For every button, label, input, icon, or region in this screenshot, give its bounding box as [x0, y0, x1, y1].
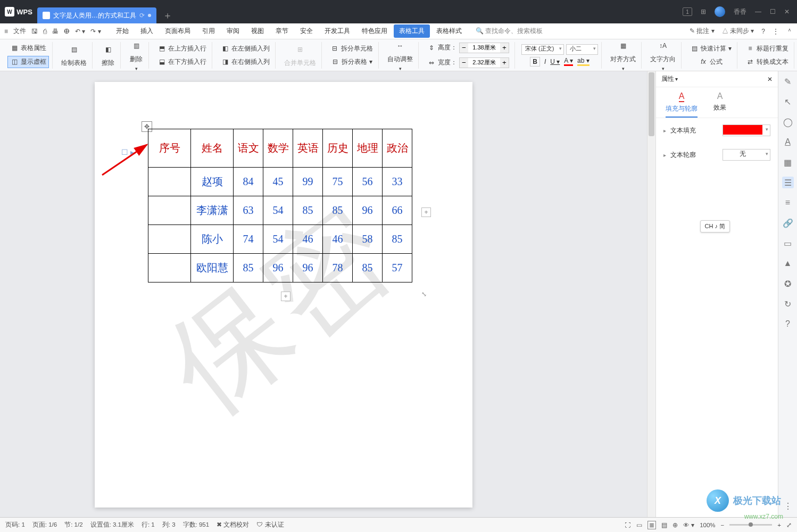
- cell[interactable]: 78: [323, 254, 353, 282]
- show-gridlines-button[interactable]: ◫显示虚框: [7, 56, 49, 68]
- side-text-icon[interactable]: A: [782, 136, 794, 148]
- insert-col-right-button[interactable]: ◨在右侧插入列: [219, 56, 272, 68]
- cell[interactable]: 54: [263, 225, 293, 254]
- ime-pill[interactable]: CH ♪ 简: [700, 220, 730, 232]
- repeat-header-button[interactable]: ≡标题行重复: [744, 43, 791, 54]
- cell[interactable]: 85: [323, 196, 353, 225]
- cell[interactable]: 33: [383, 168, 412, 196]
- cell[interactable]: 54: [263, 196, 293, 225]
- column[interactable]: 列: 3: [162, 521, 176, 529]
- cell[interactable]: 74: [234, 225, 263, 254]
- menu-7[interactable]: 安全: [295, 24, 318, 38]
- hamburger-icon[interactable]: ≡: [4, 28, 8, 35]
- menu-5[interactable]: 视图: [246, 24, 269, 38]
- insert-row-below-button[interactable]: ⬓在下方插入行: [155, 56, 209, 68]
- split-table-button[interactable]: ⊟拆分表格 ▾: [329, 56, 375, 68]
- fill-outline-tab[interactable]: A 填充与轮廓: [666, 92, 698, 118]
- format-painter-icon[interactable]: ⴲ: [64, 28, 70, 35]
- cell[interactable]: 李潇潇: [191, 196, 234, 225]
- italic-button[interactable]: I: [544, 58, 546, 65]
- insert-row-above-button[interactable]: ⬒在上方插入行: [155, 43, 209, 54]
- autofit-button[interactable]: ↔自动调整▾: [385, 38, 415, 72]
- side-shape-icon[interactable]: ◯: [782, 116, 794, 128]
- side-table-icon[interactable]: ▦: [782, 156, 794, 168]
- th[interactable]: 序号: [148, 129, 191, 168]
- document-canvas[interactable]: 保密 ✥ ☐ ▸ 序号姓名语文数学英语历史地理政治赵项844599755633李…: [0, 71, 647, 517]
- sync-status[interactable]: △ 未同步 ▾: [722, 27, 754, 36]
- user-avatar[interactable]: [715, 6, 725, 17]
- text-outline-combo[interactable]: 无: [723, 149, 770, 161]
- page-range[interactable]: 页面: 1/6: [32, 521, 57, 529]
- menu-0[interactable]: 开始: [111, 24, 134, 38]
- eye-icon[interactable]: 👁 ▾: [683, 521, 694, 529]
- cell[interactable]: 85: [234, 254, 263, 282]
- zoom-slider[interactable]: [729, 524, 772, 526]
- cell[interactable]: 85: [293, 196, 323, 225]
- formula-button[interactable]: fx公式: [697, 56, 725, 68]
- table-properties-button[interactable]: ▦表格属性: [8, 43, 48, 54]
- th[interactable]: 语文: [234, 129, 263, 168]
- cell[interactable]: 46: [323, 225, 353, 254]
- side-outline-icon[interactable]: ≡: [782, 197, 794, 209]
- menu-3[interactable]: 引用: [197, 24, 220, 38]
- menu-9[interactable]: 特色应用: [356, 24, 393, 38]
- line[interactable]: 行: 1: [142, 521, 155, 529]
- readmode-icon[interactable]: ▭: [636, 521, 642, 529]
- font-size-combo[interactable]: 小二: [566, 44, 598, 55]
- text-fill-color[interactable]: [723, 124, 770, 136]
- cell[interactable]: 75: [323, 168, 353, 196]
- menu-8[interactable]: 开发工具: [319, 24, 355, 38]
- convert-to-text-button[interactable]: ⇄转换成文本: [744, 56, 791, 68]
- annotation-toggle[interactable]: ✎ 批注 ▾: [690, 27, 715, 36]
- close-button[interactable]: ✕: [784, 8, 790, 15]
- delete-button[interactable]: ▥删除▾: [127, 38, 145, 72]
- outline-icon[interactable]: ⊕: [673, 521, 678, 529]
- cell[interactable]: 赵项: [191, 168, 234, 196]
- more-icon[interactable]: ⋮: [773, 28, 779, 35]
- draw-table-button[interactable]: ▤绘制表格: [59, 41, 89, 69]
- cell[interactable]: 63: [234, 196, 263, 225]
- position[interactable]: 设置值: 3.1厘米: [90, 521, 134, 529]
- cell[interactable]: 46: [293, 225, 323, 254]
- quick-calc-button[interactable]: ▤快速计算 ▾: [688, 43, 734, 54]
- minimize-button[interactable]: —: [755, 8, 761, 15]
- fullscreen-icon[interactable]: ⛶: [625, 522, 631, 528]
- proofing[interactable]: ✖ 文档校对: [217, 521, 249, 529]
- printlayout-icon[interactable]: ≣: [647, 521, 656, 529]
- th[interactable]: 英语: [293, 129, 323, 168]
- side-link-icon[interactable]: 🔗: [782, 217, 794, 229]
- menu-1[interactable]: 插入: [135, 24, 159, 38]
- cell[interactable]: 欧阳慧: [191, 254, 234, 282]
- add-row-handle[interactable]: +: [281, 292, 290, 301]
- add-col-handle[interactable]: +: [421, 207, 431, 217]
- th[interactable]: 姓名: [191, 129, 234, 168]
- underline-button[interactable]: U ▾: [550, 58, 560, 65]
- expand-icon[interactable]: ▸: [663, 128, 666, 134]
- section[interactable]: 节: 1/2: [64, 521, 82, 529]
- menu-10[interactable]: 表格工具: [394, 24, 430, 38]
- cell[interactable]: 85: [383, 225, 412, 254]
- zoom-level[interactable]: 100%: [700, 522, 715, 528]
- th[interactable]: 地理: [353, 129, 383, 168]
- cell[interactable]: 45: [263, 168, 293, 196]
- side-more-icon[interactable]: ⋮: [782, 500, 794, 512]
- cell[interactable]: [148, 196, 191, 225]
- panel-close-button[interactable]: ✕: [767, 76, 773, 83]
- cell[interactable]: 陈小: [191, 225, 234, 254]
- effects-tab[interactable]: A 效果: [713, 92, 726, 118]
- side-help-icon[interactable]: ?: [782, 318, 794, 330]
- redo-button[interactable]: ↷ ▾: [90, 28, 101, 35]
- col-width-spinbox[interactable]: −+: [459, 57, 509, 68]
- side-template-icon[interactable]: ▭: [782, 237, 794, 249]
- cell[interactable]: 56: [353, 168, 383, 196]
- cell[interactable]: 57: [383, 254, 412, 282]
- cell[interactable]: 85: [353, 254, 383, 282]
- cell[interactable]: 84: [234, 168, 263, 196]
- document-tab[interactable]: 文字是人类用…的方式和工具 ⟳: [37, 7, 156, 23]
- new-tab-button[interactable]: ＋: [160, 7, 176, 23]
- cell[interactable]: [148, 254, 191, 282]
- cell[interactable]: 99: [293, 168, 323, 196]
- command-search[interactable]: 🔍 查找命令、搜索模板: [476, 27, 543, 36]
- eraser-button[interactable]: ◧擦除: [99, 41, 117, 69]
- save-icon[interactable]: 🖫: [31, 28, 38, 35]
